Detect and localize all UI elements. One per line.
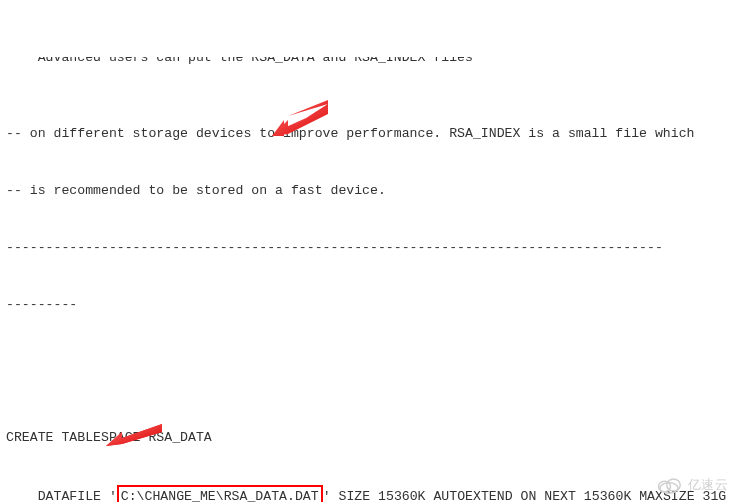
watermark-text: 亿速云 bbox=[688, 475, 729, 494]
datafile-line-1: DATAFILE 'C:\CHANGE_ME\RSA_DATA.DAT' SIZ… bbox=[6, 485, 730, 502]
watermark: 亿速云 bbox=[654, 475, 729, 494]
datafile-prefix: DATAFILE ' bbox=[6, 489, 117, 502]
svg-point-6 bbox=[660, 482, 678, 493]
comment-line: -- is recommended to be stored on a fast… bbox=[6, 181, 730, 200]
create-tablespace-rsa-data: CREATE TABLESPACE RSA_DATA bbox=[6, 428, 730, 447]
dash-line: --------- bbox=[6, 295, 730, 314]
dash-line: ----------------------------------------… bbox=[6, 238, 730, 257]
partial-top-line: Advanced users can put the RSA_DATA and … bbox=[6, 57, 730, 67]
blank-line bbox=[6, 352, 730, 371]
cloud-icon bbox=[654, 476, 684, 494]
highlight-rsa-data-path: C:\CHANGE_ME\RSA_DATA.DAT bbox=[117, 485, 323, 502]
sql-script-page: Advanced users can put the RSA_DATA and … bbox=[0, 0, 736, 502]
comment-line: -- on different storage devices to impro… bbox=[6, 124, 730, 143]
